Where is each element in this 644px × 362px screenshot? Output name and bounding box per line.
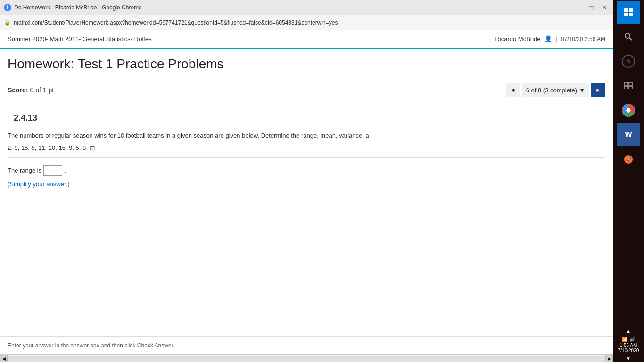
svg-rect-9 (628, 86, 633, 89)
separator: | (556, 35, 557, 42)
prev-button[interactable]: ◄ (506, 83, 520, 97)
svg-rect-2 (624, 13, 628, 16)
scroll-up-arrow[interactable]: ▲ (625, 328, 632, 335)
next-button[interactable]: ► (591, 83, 605, 97)
title-bar: i Do Homework - Ricardo McBride - Google… (0, 0, 613, 15)
minimize-button[interactable]: − (573, 3, 583, 12)
svg-rect-3 (629, 13, 633, 16)
course-title: Summer 2020- Math 2011- General Statisti… (8, 35, 152, 42)
problem-number: 2.4.13 (8, 111, 43, 125)
copy-icon[interactable]: ⊡ (90, 144, 95, 152)
url-display[interactable]: mathxl.com/Student/PlayerHomework.aspx?h… (14, 19, 609, 26)
word-icon[interactable]: W (617, 123, 640, 146)
user-icon: 👤 (545, 35, 552, 42)
scroll-down-arrow[interactable]: ▼ (625, 355, 632, 362)
system-time: 1:56 AM (614, 343, 643, 348)
homework-title: Homework: Test 1 Practice Problems (8, 57, 605, 75)
range-period: . (64, 167, 66, 174)
data-row: 2, 9, 15, 5, 11, 10, 15, 9, 5, 8 ⊡ (8, 144, 605, 158)
system-date: 7/10/2020 (614, 348, 643, 353)
address-bar: 🔒 mathxl.com/Student/PlayerHomework.aspx… (0, 15, 613, 30)
footer: Enter your answer in the answer box and … (0, 336, 613, 354)
chrome-icon[interactable] (617, 99, 640, 122)
cortana-button[interactable]: ○ (617, 50, 640, 73)
nav-current-label: 6 of 8 (3 complete) (526, 87, 577, 94)
taskbar-right: ○ W 🚀 ▲ 📶 🔊 1:56 AM 7/10/2020 ▼ (613, 0, 644, 362)
svg-text:🚀: 🚀 (626, 156, 632, 163)
svg-point-4 (625, 33, 630, 38)
score-nav-row: Score: 0 of 1 pt ◄ 6 of 8 (3 complete) ▼… (8, 83, 605, 103)
other-app-icon[interactable]: 🚀 (617, 148, 640, 171)
nav-controls[interactable]: ◄ 6 of 8 (3 complete) ▼ ► (506, 83, 605, 97)
scroll-right-button[interactable]: ▶ (605, 355, 613, 362)
window-title: Do Homework - Ricardo McBride - Google C… (14, 4, 573, 11)
footer-text: Enter your answer in the answer box and … (8, 342, 174, 349)
wifi-icon: 📶 (622, 337, 627, 342)
close-button[interactable]: ✕ (600, 3, 609, 12)
system-tray: 📶 🔊 1:56 AM 7/10/2020 (613, 335, 644, 355)
range-answer-input[interactable] (43, 165, 62, 176)
window-controls[interactable]: − ◻ ✕ (573, 3, 609, 12)
problem-description: The numbers of regular season wins for 1… (8, 131, 605, 140)
bottom-scrollbar[interactable]: ◀ ▶ (0, 354, 613, 362)
user-info: Ricardo McBride 👤 | 07/10/20 2:56 AM (495, 35, 605, 42)
course-header: Summer 2020- Math 2011- General Statisti… (0, 30, 613, 49)
datetime: 07/10/20 2:56 AM (561, 36, 605, 42)
volume-icon: 🔊 (629, 337, 635, 342)
svg-rect-0 (624, 8, 628, 12)
question-selector[interactable]: 6 of 8 (3 complete) ▼ (522, 83, 589, 97)
simplify-link[interactable]: (Simplify your answer.) (8, 181, 69, 188)
user-name: Ricardo McBride (495, 35, 540, 42)
windows-button[interactable] (617, 1, 640, 24)
lock-icon: 🔒 (4, 19, 11, 26)
task-view-button[interactable] (617, 74, 640, 97)
content-area: Homework: Test 1 Practice Problems Score… (0, 49, 613, 336)
data-values: 2, 9, 15, 5, 11, 10, 15, 9, 5, 8 (8, 144, 86, 151)
scroll-left-button[interactable]: ◀ (0, 355, 8, 362)
nav-dropdown-arrow: ▼ (579, 87, 585, 94)
svg-line-5 (629, 38, 632, 40)
search-button[interactable] (617, 25, 640, 48)
maximize-button[interactable]: ◻ (586, 3, 596, 12)
svg-rect-6 (624, 82, 627, 85)
range-label: The range is (8, 167, 41, 174)
browser-icon: i (4, 4, 11, 11)
svg-rect-1 (629, 8, 633, 12)
answer-row: The range is . (8, 165, 605, 176)
score-value: 0 of 1 pt (30, 86, 54, 94)
svg-rect-7 (628, 82, 633, 85)
svg-rect-8 (624, 86, 627, 89)
score-label: Score: (8, 86, 28, 94)
simplify-hint: (Simplify your answer.) (8, 180, 605, 188)
